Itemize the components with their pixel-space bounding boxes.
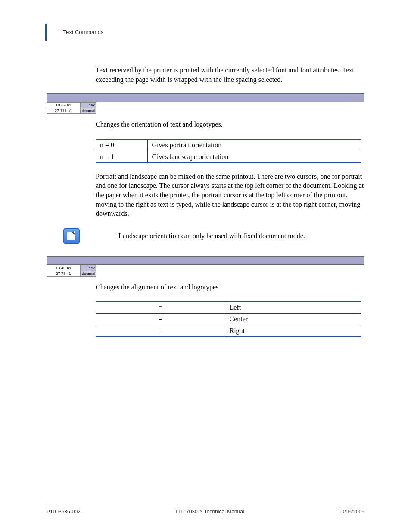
table-row: = Center bbox=[96, 314, 361, 325]
command-banner bbox=[47, 93, 364, 102]
footer-date: 10/05/2009 bbox=[339, 509, 364, 515]
meaning-cell: Gives landscape orientation bbox=[147, 151, 361, 163]
meaning-cell: Gives portrait orientation bbox=[147, 139, 361, 151]
param-cell: = bbox=[96, 325, 225, 337]
table-row: n = 0 Gives portrait orientation bbox=[96, 139, 361, 151]
command-banner bbox=[47, 256, 364, 265]
header-accent-rule bbox=[45, 24, 47, 41]
command-codes: 1B 6F n1 hex 27 111 n1 decimal bbox=[47, 102, 96, 114]
param-cell: n = 1 bbox=[96, 151, 147, 163]
note-block: Landscape orientation can only be used w… bbox=[63, 228, 364, 244]
code-hex-label: hex bbox=[81, 265, 96, 271]
command2-description: Changes the alignment of text and logoty… bbox=[96, 283, 364, 292]
param-cell: = bbox=[96, 302, 225, 314]
footer-doc-number: P1003636-002 bbox=[47, 509, 81, 515]
command1-description: Changes the orientation of text and logo… bbox=[96, 120, 364, 129]
table-row: n = 1 Gives landscape orientation bbox=[96, 151, 361, 163]
table-row: = Left bbox=[96, 302, 361, 314]
command1-detail: Portrait and landscape can be mixed on t… bbox=[96, 172, 364, 218]
param-cell: n = 0 bbox=[96, 139, 147, 151]
command-codes: 1B 4E n1 hex 27 78 n1 decimal bbox=[47, 265, 96, 277]
alignment-table: = Left = Center = Right bbox=[96, 301, 361, 337]
orientation-table: n = 0 Gives portrait orientation n = 1 G… bbox=[96, 139, 361, 163]
command-orientation-block: 1B 6F n1 hex 27 111 n1 decimal bbox=[47, 93, 364, 114]
command-alignment-block: 1B 4E n1 hex 27 78 n1 decimal bbox=[47, 256, 364, 277]
code-dec-label: decimal bbox=[81, 108, 96, 113]
footer-title: TTP 7030™ Technical Manual bbox=[175, 509, 244, 515]
param-cell: = bbox=[96, 314, 225, 325]
meaning-cell: Center bbox=[225, 314, 361, 325]
meaning-cell: Right bbox=[225, 325, 361, 337]
code-hex: 1B 6F n1 bbox=[47, 103, 81, 108]
code-dec: 27 78 n1 bbox=[47, 271, 81, 276]
page-header: 00 Text Commands bbox=[47, 24, 364, 35]
header-section-title: Text Commands bbox=[63, 24, 103, 35]
svg-point-1 bbox=[74, 231, 75, 233]
code-dec: 27 111 n1 bbox=[47, 108, 81, 113]
note-icon bbox=[63, 228, 80, 244]
code-dec-label: decimal bbox=[81, 271, 96, 276]
code-hex: 1B 4E n1 bbox=[47, 265, 81, 271]
intro-paragraph: Text received by the printer is printed … bbox=[96, 65, 364, 84]
page-footer: P1003636-002 TTP 7030™ Technical Manual … bbox=[47, 506, 364, 515]
table-row: = Right bbox=[96, 325, 361, 337]
code-hex-label: hex bbox=[81, 103, 96, 108]
note-text: Landscape orientation can only be used w… bbox=[118, 232, 305, 240]
meaning-cell: Left bbox=[225, 302, 361, 314]
